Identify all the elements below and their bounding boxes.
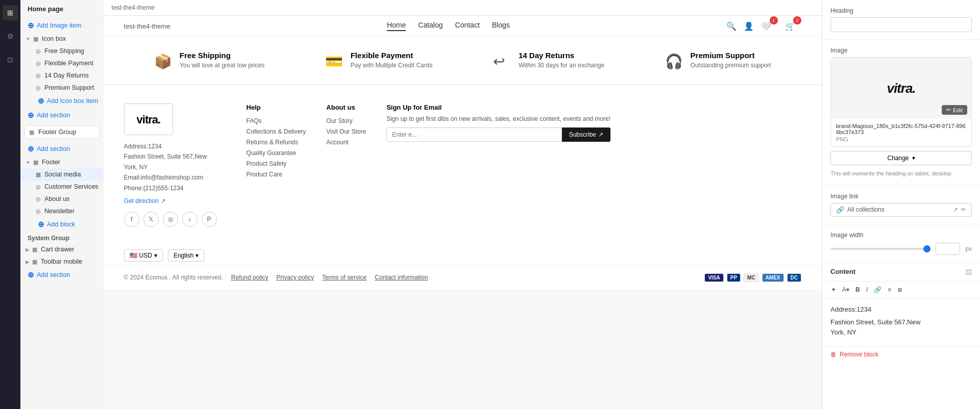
nav-link-home[interactable]: Home [387,21,406,31]
about-links: Our Story Visit Our Store Account [326,117,366,146]
add-section-2[interactable]: ⊕ Add section [20,142,104,156]
rp-edit-button[interactable]: ✏ Edit [942,105,967,115]
account-icon[interactable]: 👤 [744,21,754,31]
rp-image-width-label: Image width [830,232,972,239]
search-icon[interactable]: 🔍 [726,21,737,31]
sidebar-item-14-day-returns[interactable]: ◎ 14 Day Returns [20,69,104,82]
edit-link-icon[interactable]: ✏ [961,206,966,213]
tool-list-ol[interactable]: ≣ [895,285,905,295]
cart-icon-wrap[interactable]: 🛒 2 [785,21,801,31]
help-links: FAQs Collections & Delivery Returns & Re… [247,117,306,178]
item-icon: ◎ [36,208,41,215]
add-section-system[interactable]: ⊕ Add section [20,268,104,282]
help-care[interactable]: Product Care [247,171,306,178]
sidebar-item-flexible-payment[interactable]: ◎ Flexible Payment [20,57,104,69]
contact-info-link[interactable]: Contact information [375,274,428,281]
about-account[interactable]: Account [326,139,366,146]
currency-selector[interactable]: 🇺🇸 USD ▾ [124,249,163,262]
trash-icon: 🗑 [830,351,837,358]
sidebar-item-customer-services[interactable]: ◎ Customer Services [20,181,104,193]
tool-sparkle[interactable]: ✦ [828,285,839,295]
flexible-payment-desc: Pay with Multiple Credit Cards [351,62,433,69]
nav-link-blogs[interactable]: Blogs [492,21,510,31]
tool-bold[interactable]: B [853,285,863,295]
about-story[interactable]: Our Story [326,117,366,124]
sidebar-item-toolbar-mobile[interactable]: ▶ ▦ Toolbar mobile [20,255,104,268]
sidebar-item-newsletter[interactable]: ◎ Newsletter [20,205,104,217]
privacy-policy-link[interactable]: Privacy policy [277,274,314,281]
flexible-payment-icon: 💳 [325,53,344,70]
sidebar-content: Home page ⊕ Add Image item ▼ ▦ Icon box … [20,0,104,409]
sidebar-item-cart-drawer[interactable]: ▶ ▦ Cart drawer [20,243,104,255]
nav-icon-apps[interactable]: ⊡ [3,52,18,67]
help-delivery[interactable]: Collections & Delivery [247,128,306,135]
sidebar-item-free-shipping[interactable]: ◎ Free Shipping [20,45,104,57]
rp-content-label: Content [830,268,855,275]
sidebar-item-social-media[interactable]: ▦ Social media [20,168,104,181]
sidebar-title: Home page [20,0,104,18]
sidebar-item-about-us[interactable]: ◎ About us [20,193,104,205]
premium-support-desc: Outstanding premium support [691,62,771,69]
nav-link-catalog[interactable]: Catalog [418,21,443,31]
item-icon: ◎ [36,85,41,91]
free-shipping-title: Free Shipping [180,51,264,60]
help-quality[interactable]: Quality Guarantee [247,149,306,157]
store-nav: test-the4-theme Home Catalog Contact Blo… [104,16,822,37]
toggle-icon: ▶ [26,247,30,252]
nav-icon-pages[interactable]: ⊞ [3,5,18,20]
tool-font-size[interactable]: A▾ [840,285,852,295]
rp-heading-input[interactable] [830,17,972,32]
wishlist-icon-wrap[interactable]: 🤍 1 [761,21,777,31]
add-image-item[interactable]: ⊕ Add Image item [20,18,104,33]
rp-image-type: PNG [836,136,966,142]
add-icon-box-item[interactable]: ⊕ Add Icon box item [20,94,104,108]
social-pinterest[interactable]: P [202,212,217,227]
rp-image-link-label: Image link [830,193,972,200]
footer-address: Address:1234 Fashion Street, Suite 567,N… [124,141,226,193]
help-returns[interactable]: Returns & Refunds [247,139,306,146]
content-expand-icon[interactable]: ⊡ [966,268,972,276]
email-input[interactable] [386,127,562,142]
social-facebook[interactable]: f [124,212,139,227]
subscribe-button[interactable]: Subscribe ↗ [562,127,610,142]
rp-remove-block[interactable]: 🗑 Remove block [822,346,980,362]
rp-content-area[interactable]: Address:1234 Fashion Street, Suite 567,N… [822,298,980,347]
terms-link[interactable]: Terms of service [322,274,366,281]
rp-width-slider[interactable] [830,248,930,250]
tool-list-ul[interactable]: ≡ [885,285,894,295]
footer-group[interactable]: ▼ ▦ Footer [20,156,104,168]
rp-hint: This will overwrite the heading on table… [830,169,972,178]
refund-policy-link[interactable]: Refund policy [231,274,268,281]
external-link-icon[interactable]: ↗ [953,206,958,213]
wishlist-icon: 🤍 [761,22,771,31]
address-line3: York, NY [124,162,226,172]
system-group-label: System Group [20,232,104,243]
rp-width-value[interactable]: 100 [936,243,960,255]
icon-box-flexible-payment: 💳 Flexible Payment Pay with Multiple Cre… [325,51,433,70]
footer-group-header[interactable]: ▦ Footer Group [25,126,99,138]
help-safety[interactable]: Product Safety [247,160,306,167]
language-selector[interactable]: English ▾ [168,249,204,262]
help-faqs[interactable]: FAQs [247,117,306,124]
add-section-1[interactable]: ⊕ Add section [20,108,104,122]
rp-heading-section: Heading [822,0,980,40]
item-icon: ▦ [36,171,41,178]
social-tiktok[interactable]: ♪ [182,212,198,227]
rp-change-button[interactable]: Change ▾ [830,151,972,165]
tool-italic[interactable]: I [864,285,870,295]
cart-badge: 2 [793,16,801,24]
rp-heading-label: Heading [830,7,972,14]
nav-icon-settings[interactable]: ⚙ [3,29,18,44]
add-block[interactable]: ⊕ Add block [20,217,104,232]
nav-link-contact[interactable]: Contact [455,21,480,31]
icon-box-group[interactable]: ▼ ▦ Icon box [20,33,104,45]
rp-image-section: Image vitra. ✏ Edit brand-Magisso_180x_b… [822,40,980,186]
sidebar-item-premium-support[interactable]: ◎ Premium Support [20,82,104,94]
about-store[interactable]: Visit Our Store [326,128,366,135]
get-direction-link[interactable]: Get direction ↗ [124,197,226,205]
tool-link[interactable]: 🔗 [871,285,884,295]
arrow-icon: ↗ [161,197,166,205]
social-twitter[interactable]: 𝕏 [143,212,159,227]
rp-link-text: All collections [847,206,950,213]
social-instagram[interactable]: ◎ [163,212,178,227]
